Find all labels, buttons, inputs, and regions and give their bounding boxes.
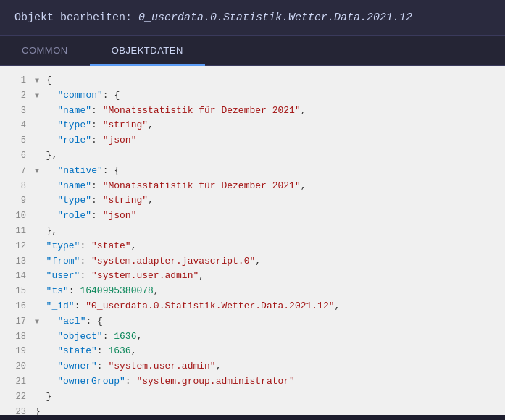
line-content: ▼ { <box>35 73 499 88</box>
code-line: 9 "type": "string", <box>0 193 505 209</box>
code-line: 6 }, <box>0 148 505 164</box>
code-line: 20 "owner": "system.user.admin", <box>0 359 505 374</box>
code-line: 12 "type": "state", <box>0 239 505 254</box>
line-number: 4 <box>6 119 26 133</box>
collapse-arrow[interactable]: ▼ <box>35 92 39 100</box>
line-number: 16 <box>6 300 26 314</box>
line-content: ▼ "acl": { <box>35 314 499 329</box>
code-line: 22 } <box>0 390 505 405</box>
code-line: 8 "name": "Monatsstatistik für Dezember … <box>0 179 505 194</box>
code-line: 2▼ "common": { <box>0 88 505 104</box>
tabs-container: COMMON OBJEKTDATEN <box>0 36 505 66</box>
line-number: 2 <box>6 89 26 103</box>
line-number: 6 <box>6 149 26 163</box>
line-content: "_id": "0_userdata.0.Statistik.Wetter.Da… <box>35 299 499 314</box>
line-number: 22 <box>6 390 26 404</box>
line-number: 21 <box>6 375 26 389</box>
line-content: } <box>35 405 499 415</box>
line-content: "name": "Monatsstatistik für Dezember 20… <box>35 179 499 194</box>
line-content: "object": 1636, <box>35 329 499 345</box>
line-content: ▼ "common": { <box>35 88 499 104</box>
line-content: "name": "Monatsstatistik für Dezember 20… <box>35 104 499 119</box>
line-content: "type": "string", <box>35 118 499 133</box>
line-number: 13 <box>6 255 26 269</box>
line-number: 7 <box>6 164 26 178</box>
line-content: "ownerGroup": "system.group.administrato… <box>35 374 499 390</box>
line-content: ▼ "native": { <box>35 164 499 179</box>
line-content: "type": "string", <box>35 193 499 209</box>
line-content: "role": "json" <box>35 133 499 148</box>
line-number: 8 <box>6 180 26 193</box>
code-line: 23} <box>0 405 505 415</box>
line-number: 11 <box>6 224 26 238</box>
line-content: "role": "json" <box>35 209 499 224</box>
collapse-arrow[interactable]: ▼ <box>35 318 39 326</box>
code-line: 19 "state": 1636, <box>0 344 505 359</box>
line-number: 12 <box>6 240 26 253</box>
tab-common[interactable]: COMMON <box>0 36 90 65</box>
line-number: 23 <box>6 406 26 415</box>
code-line: 11 }, <box>0 224 505 239</box>
collapse-arrow[interactable]: ▼ <box>35 167 39 175</box>
line-number: 5 <box>6 134 26 148</box>
line-content: "state": 1636, <box>35 344 499 359</box>
tab-objektdaten[interactable]: OBJEKTDATEN <box>90 36 205 66</box>
code-line: 16 "_id": "0_userdata.0.Statistik.Wetter… <box>0 299 505 314</box>
line-content: "user": "system.user.admin", <box>35 269 499 284</box>
code-line: 4 "type": "string", <box>0 118 505 133</box>
code-line: 5 "role": "json" <box>0 133 505 148</box>
line-content: }, <box>35 224 499 239</box>
line-content: "owner": "system.user.admin", <box>35 359 499 374</box>
line-content: "type": "state", <box>35 239 499 254</box>
code-line: 13 "from": "system.adapter.javascript.0"… <box>0 254 505 269</box>
line-number: 1 <box>6 74 26 88</box>
code-line: 10 "role": "json" <box>0 209 505 224</box>
line-content: "ts": 1640995380078, <box>35 284 499 299</box>
line-content: }, <box>35 148 499 164</box>
line-number: 20 <box>6 360 26 374</box>
code-line: 14 "user": "system.user.admin", <box>0 269 505 284</box>
line-number: 17 <box>6 315 26 329</box>
line-number: 10 <box>6 209 26 223</box>
code-line: 7▼ "native": { <box>0 164 505 179</box>
line-number: 19 <box>6 345 26 358</box>
code-line: 21 "ownerGroup": "system.group.administr… <box>0 374 505 390</box>
editor-area: 1▼ {2▼ "common": {3 "name": "Monatsstati… <box>0 66 505 415</box>
title-prefix: Objekt bearbeiten: <box>14 12 138 24</box>
line-content: } <box>35 390 499 405</box>
line-number: 9 <box>6 194 26 208</box>
title-bar: Objekt bearbeiten: 0_userdata.0.Statisti… <box>0 0 505 36</box>
line-number: 14 <box>6 269 26 283</box>
line-content: "from": "system.adapter.javascript.0", <box>35 254 499 269</box>
collapse-arrow[interactable]: ▼ <box>35 77 39 85</box>
line-number: 15 <box>6 285 26 298</box>
code-line: 15 "ts": 1640995380078, <box>0 284 505 299</box>
code-line: 18 "object": 1636, <box>0 329 505 345</box>
code-line: 17▼ "acl": { <box>0 314 505 329</box>
title-object-id: 0_userdata.0.Statistik.Wetter.Data.2021.… <box>138 12 412 24</box>
code-line: 1▼ { <box>0 73 505 88</box>
line-number: 18 <box>6 330 26 344</box>
code-line: 3 "name": "Monatsstatistik für Dezember … <box>0 104 505 119</box>
line-number: 3 <box>6 104 26 118</box>
